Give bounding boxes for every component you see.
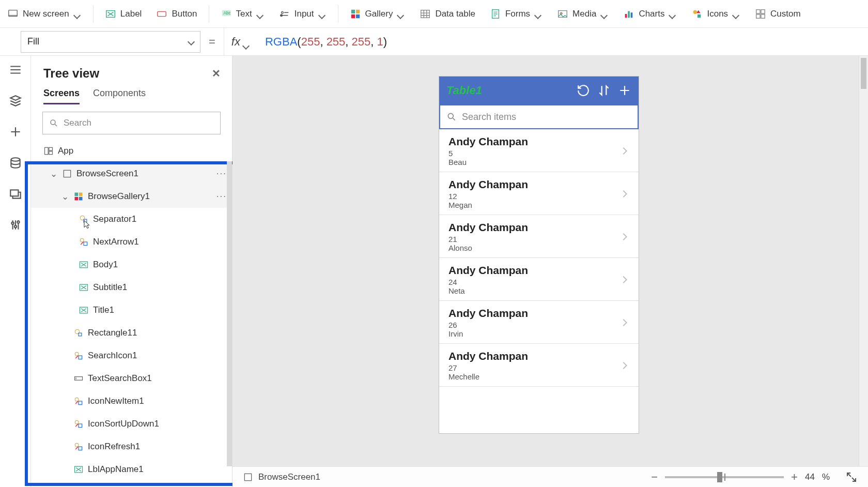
svg-rect-40 [84,242,87,246]
icons-button[interactable]: Icons [691,8,740,20]
add-icon[interactable] [618,84,631,97]
tree-item-browsegallery[interactable]: ⌄ BrowseGallery1 ··· [31,185,232,208]
input-button[interactable]: Input [279,8,327,20]
tree-item-lblappname[interactable]: LblAppName1 [31,458,232,481]
gallery-item[interactable]: Andy Champan21Alonso [439,215,639,258]
icon-control-icon [79,237,89,247]
gallery-item-subtitle: 5 [448,149,528,158]
tree-label: LblAppName1 [88,464,144,475]
svg-rect-30 [45,147,49,154]
svg-rect-7 [351,9,354,13]
property-selector[interactable]: Fill [21,31,200,53]
app-preview[interactable]: Table1 Search items Andy Champan5BeauAnd… [439,77,639,433]
zoom-value: 44 [805,472,815,482]
data-table-button[interactable]: Data table [420,8,475,20]
insert-icon[interactable] [9,125,22,139]
chevron-down-icon [257,10,265,18]
more-icon[interactable]: ··· [216,191,227,202]
svg-point-39 [80,238,84,242]
gallery-button[interactable]: Gallery [350,8,406,20]
gallery-item[interactable]: Andy Champan27Mechelle [439,344,639,387]
chevron-down-icon [243,38,251,45]
tree-label: NextArrow1 [93,237,139,247]
app-icon [43,146,54,156]
tree-item-browsescreen[interactable]: ⌄ BrowseScreen1 ··· [31,162,232,185]
custom-label: Custom [770,9,801,19]
canvas-area[interactable]: Table1 Search items Andy Champan5BeauAnd… [233,56,868,466]
zoom-controls: − + 44 % [651,470,858,484]
formula-input[interactable]: RGBA(255, 255, 255, 1) [258,28,868,55]
tree-tabs: Screens Components [31,81,232,104]
tree-item-textsearchbox[interactable]: TextSearchBox1 [31,367,232,390]
tree-item-searchicon[interactable]: SearchIcon1 [31,344,232,367]
button-button[interactable]: Button [156,8,197,20]
tree-search-input[interactable]: Search [42,112,221,134]
tree-item-subtitle[interactable]: Subtitle1 [31,276,232,299]
gallery-item[interactable]: Andy Champan24Neta [439,258,639,301]
tree-item-app[interactable]: App [31,140,232,162]
gallery-item-subtitle: 21 [448,235,528,244]
label-button[interactable]: Label [105,8,142,20]
tools-icon[interactable] [9,218,22,232]
custom-button[interactable]: Custom [755,8,801,20]
gallery-item-body: Alonso [448,244,528,252]
preview-search-input[interactable]: Search items [439,104,639,129]
tree-scrollbar[interactable] [227,161,232,466]
refresh-icon[interactable] [577,84,590,97]
tab-components[interactable]: Components [93,88,146,104]
chevron-down-icon[interactable]: ⌄ [61,191,69,202]
zoom-knob[interactable] [717,472,722,482]
chevron-down-icon [733,10,740,18]
chevron-down-icon[interactable]: ⌄ [50,169,58,179]
svg-rect-10 [355,14,359,18]
sort-icon[interactable] [597,84,611,97]
formula-function: RGBA [265,35,297,49]
svg-rect-19 [698,14,701,17]
canvas-scrollbar[interactable] [859,56,868,466]
svg-point-45 [75,352,79,356]
data-icon[interactable] [9,156,22,170]
tree-label: TextSearchBox1 [88,373,152,384]
more-icon[interactable]: ··· [216,169,227,179]
selected-control[interactable]: BrowseScreen1 [243,472,320,482]
svg-rect-49 [79,401,82,405]
media-rail-icon[interactable] [9,187,22,201]
close-icon[interactable]: ✕ [212,67,221,80]
gallery-item[interactable]: Andy Champan5Beau [439,129,639,172]
gallery-item[interactable]: Andy Champan12Megan [439,172,639,215]
hamburger-icon[interactable] [9,63,22,77]
label-label: Label [120,9,142,19]
media-button[interactable]: Media [557,8,609,20]
left-rail [0,56,31,487]
forms-button[interactable]: Forms [490,8,542,20]
scrollbar-thumb[interactable] [861,58,866,89]
new-screen-button[interactable]: New screen [7,8,82,20]
tree-item-nextarrow[interactable]: NextArrow1 [31,231,232,253]
textinput-icon [73,373,84,384]
tree-item-body[interactable]: Body1 [31,253,232,276]
tree-view-icon[interactable] [9,94,22,108]
gallery-item[interactable]: Andy Champan26Irvin [439,301,639,344]
media-label: Media [572,9,596,19]
tree-item-iconnewitem[interactable]: IconNewItem1 [31,390,232,413]
insert-ribbon: New screen Label Button Abc Text Input G… [0,0,868,28]
tree-item-title[interactable]: Title1 [31,299,232,322]
zoom-out-button[interactable]: − [651,470,658,484]
svg-point-55 [448,113,453,118]
tree-item-iconrefresh[interactable]: IconRefresh1 [31,435,232,458]
tree-view-panel: Tree view ✕ Screens Components Search Ap… [31,56,233,487]
zoom-in-button[interactable]: + [791,470,798,484]
text-button[interactable]: Abc Text [221,8,265,20]
tree-item-iconsort[interactable]: IconSortUpDown1 [31,413,232,435]
button-label: Button [172,9,197,19]
charts-button[interactable]: Charts [623,8,677,20]
text-label: Text [236,9,252,19]
expand-icon[interactable] [845,471,858,483]
equals-sign: = [200,35,224,49]
tree-item-rectangle[interactable]: Rectangle11 [31,322,232,344]
zoom-slider[interactable] [665,476,784,478]
tree-item-separator[interactable]: Separator1 [31,208,232,231]
gallery-item-body: Beau [448,158,528,166]
fx-button[interactable]: fx [224,28,258,55]
tab-screens[interactable]: Screens [43,88,80,104]
